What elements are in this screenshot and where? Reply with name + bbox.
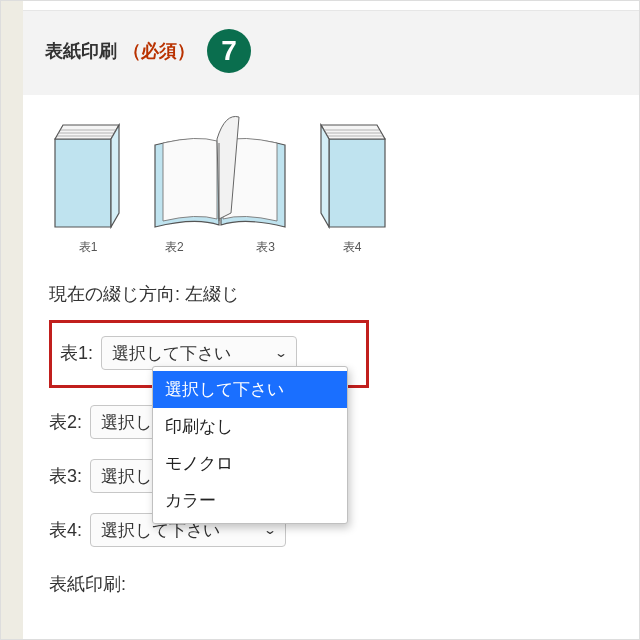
chevron-down-icon: ⌄ xyxy=(274,347,288,359)
select-h1-dropdown[interactable]: 選択して下さい 印刷なし モノクロ カラー xyxy=(152,366,348,524)
svg-marker-2 xyxy=(111,125,119,227)
select-h1-value: 選択して下さい xyxy=(112,342,231,365)
row-label-h1: 表1: xyxy=(60,341,93,365)
cover-form: 表1: 選択して下さい ⌄ 選択して下さい 印刷なし モノクロ カラー 表2 xyxy=(49,320,617,596)
diagram-caption-4: 表4 xyxy=(313,239,391,256)
svg-marker-0 xyxy=(55,139,111,227)
dropdown-option-placeholder[interactable]: 選択して下さい xyxy=(153,371,347,408)
left-rail xyxy=(1,1,23,639)
section-content: 表1 xyxy=(23,95,639,616)
diagram-caption-1: 表1 xyxy=(49,239,127,256)
dropdown-option-none[interactable]: 印刷なし xyxy=(153,408,347,445)
cover-diagram: 表1 xyxy=(49,109,617,256)
section-header: 表紙印刷 （必須） 7 xyxy=(23,11,639,95)
book-front-icon xyxy=(49,119,127,229)
step-badge: 7 xyxy=(207,29,251,73)
dropdown-option-color[interactable]: カラー xyxy=(153,482,347,519)
required-label: （必須） xyxy=(123,39,195,63)
diagram-open: 表2 表3 xyxy=(145,109,295,256)
diagram-h1: 表1 xyxy=(49,119,127,256)
binding-value: 左綴じ xyxy=(185,284,239,304)
binding-label: 現在の綴じ方向: xyxy=(49,284,180,304)
diagram-caption-2: 表2 xyxy=(165,239,184,256)
select-h1[interactable]: 選択して下さい ⌄ xyxy=(101,336,297,370)
book-open-icon xyxy=(145,109,295,229)
book-back-icon xyxy=(313,119,391,229)
row-label-h2: 表2: xyxy=(49,410,82,434)
svg-marker-8 xyxy=(321,125,385,139)
dropdown-option-mono[interactable]: モノクロ xyxy=(153,445,347,482)
svg-marker-1 xyxy=(55,125,119,139)
diagram-caption-3: 表3 xyxy=(256,239,275,256)
chevron-down-icon: ⌄ xyxy=(263,524,277,536)
svg-marker-7 xyxy=(329,139,385,227)
row-label-h4: 表4: xyxy=(49,518,82,542)
row-label-h3: 表3: xyxy=(49,464,82,488)
page-root: 表紙印刷 （必須） 7 表1 xyxy=(0,0,640,640)
summary-label: 表紙印刷: xyxy=(49,572,617,596)
binding-direction: 現在の綴じ方向: 左綴じ xyxy=(49,282,617,306)
svg-marker-9 xyxy=(321,125,329,227)
step-number: 7 xyxy=(221,35,237,67)
blank-strip xyxy=(23,1,639,11)
section-title: 表紙印刷 xyxy=(45,39,117,63)
main-panel: 表紙印刷 （必須） 7 表1 xyxy=(23,1,639,639)
diagram-h4: 表4 xyxy=(313,119,391,256)
